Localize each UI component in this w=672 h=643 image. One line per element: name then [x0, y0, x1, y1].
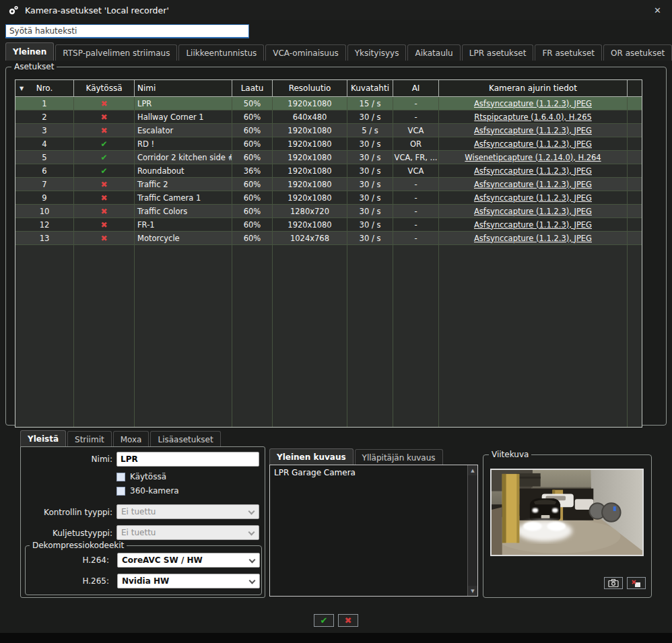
driver-link[interactable]: Asfsynccapture (1.1.2.3), JPEG — [474, 234, 592, 243]
driver-link[interactable]: Asfsynccapture (1.1.2.3), JPEG — [474, 220, 592, 230]
transport-type-select[interactable]: Ei tuettu — [116, 525, 259, 540]
cell-ai: - — [393, 205, 439, 218]
search-input[interactable] — [5, 24, 249, 38]
enabled-status-icon: ✖ — [74, 232, 135, 245]
cell-driver: Asfsynccapture (1.1.2.3), JPEG — [439, 205, 628, 218]
cancel-button[interactable]: ✖ — [338, 614, 358, 627]
cell-ai: - — [393, 232, 439, 245]
main-tab-bar: Yleinen RTSP-palvelimen striimaus Liikke… — [5, 42, 672, 61]
title-bar: Kamera-asetukset 'Local recorder' ✕ — [0, 0, 672, 20]
driver-link[interactable]: Asfsynccapture (1.1.2.3), JPEG — [474, 180, 592, 189]
remove-image-button[interactable] — [627, 577, 646, 589]
table-row[interactable]: 5 ✔ Corridor 2 kitchen side # 60% 1920x1… — [15, 151, 642, 164]
tab-vca-ominaisuus[interactable]: VCA-ominaisuus — [265, 44, 345, 61]
name-input[interactable] — [116, 452, 259, 467]
cell-driver: Asfsynccapture (1.1.2.3), JPEG — [439, 124, 628, 137]
tab-yllapitajan-kuvaus[interactable]: Ylläpitäjän kuvaus — [355, 449, 443, 465]
cell-framerate: 5 / s — [347, 124, 393, 137]
tab-yleista[interactable]: Yleistä — [20, 430, 66, 447]
cell-quality: 60% — [232, 205, 273, 218]
table-row[interactable]: 3 ✖ Escalator 60% 1920x1080 5 / s VCA As… — [15, 124, 642, 137]
driver-link[interactable]: Asfsynccapture (1.1.2.3), JPEG — [474, 193, 592, 203]
column-header-laatu[interactable]: Laatu — [232, 80, 273, 97]
camera-table-header: ▼ Nro. Käytössä Nimi Laatu Resoluutio Ku… — [15, 80, 642, 97]
driver-link[interactable]: Asfsynccapture (1.1.2.3), JPEG — [474, 126, 592, 135]
enabled-checkbox[interactable]: Käytössä — [116, 472, 166, 481]
table-row[interactable]: 2 ✖ Hallway Corner 1 60% 640x480 30 / s … — [15, 110, 642, 124]
driver-link[interactable]: Asfsynccapture (1.1.2.3), JPEG — [474, 207, 592, 216]
tab-yleinen[interactable]: Yleinen — [5, 42, 54, 61]
tab-aikataulu[interactable]: Aikataulu — [407, 44, 460, 61]
enabled-status-icon: ✖ — [74, 124, 135, 137]
tab-liikkeentunnistus[interactable]: Liikkeentunnistus — [178, 44, 264, 61]
checkbox-unchecked-icon[interactable] — [116, 487, 125, 496]
tab-or-asetukset[interactable]: OR asetukset — [603, 44, 672, 61]
table-row[interactable]: 12 ✖ FR-1 60% 1920x1080 30 / s - Asfsync… — [15, 218, 642, 232]
ok-button[interactable]: ✔ — [314, 614, 334, 627]
column-header-kaytossa[interactable]: Käytössä — [74, 80, 135, 97]
tab-lpr-asetukset[interactable]: LPR asetukset — [462, 44, 534, 61]
table-row[interactable]: 6 ✔ Roundabout 36% 1920x1080 30 / s VCA … — [15, 164, 642, 178]
tab-rtsp-striimaus[interactable]: RTSP-palvelimen striimaus — [55, 44, 177, 61]
cell-quality: 60% — [232, 124, 273, 137]
cell-driver: Asfsynccapture (1.1.2.3), JPEG — [439, 164, 628, 178]
table-row[interactable]: 9 ✖ Traffic Camera 1 60% 1920x1080 30 / … — [15, 191, 642, 205]
camera-settings-dialog: Kamera-asetukset 'Local recorder' ✕ Ylei… — [0, 0, 672, 643]
driver-link[interactable]: Wisenetipcapture (1.2.14.0), H.264 — [465, 153, 601, 162]
table-row[interactable]: 13 ✖ Motorcycle 60% 1024x768 30 / s - As… — [15, 232, 642, 245]
column-header-resoluutio[interactable]: Resoluutio — [273, 80, 347, 97]
driver-link[interactable]: Asfsynccapture (1.1.2.3), JPEG — [474, 139, 592, 149]
cell-empty — [628, 97, 642, 110]
enabled-status-icon: ✖ — [74, 178, 135, 191]
h264-codec-select[interactable]: CoreAVC SW / HW — [117, 553, 260, 568]
cell-nro: 6 — [15, 164, 74, 178]
cell-driver: Asfsynccapture (1.1.2.3), JPEG — [439, 137, 628, 151]
checkbox-unchecked-icon[interactable] — [116, 473, 125, 481]
reference-image-buttons — [604, 577, 646, 589]
tab-yleinen-kuvaus[interactable]: Yleinen kuvaus — [269, 448, 354, 465]
control-type-select[interactable]: Ei tuettu — [116, 504, 259, 519]
camera360-checkbox-label: 360-kamera — [130, 486, 179, 496]
column-header-ai[interactable]: AI — [393, 80, 439, 97]
scroll-down-icon[interactable]: ▼ — [468, 586, 477, 596]
driver-link[interactable]: Asfsynccapture (1.1.2.3), JPEG — [474, 99, 592, 108]
tab-striimit[interactable]: Striimit — [67, 431, 112, 447]
description-scrollbar[interactable]: ▲ ▼ — [467, 465, 477, 596]
cell-framerate: 30 / s — [347, 218, 393, 232]
driver-link[interactable]: Rtspipcapture (1.6.4.0), H.265 — [474, 112, 592, 122]
sort-descending-icon[interactable]: ▼ — [20, 86, 24, 92]
tab-moxa[interactable]: Moxa — [113, 431, 149, 447]
driver-link[interactable]: Asfsynccapture (1.1.2.3), JPEG — [474, 166, 592, 176]
tab-fr-asetukset[interactable]: FR asetukset — [535, 44, 602, 61]
general-settings-panel: Nimi: Käytössä 360-kamera Kontrollin tyy… — [20, 446, 265, 598]
cell-ai: VCA — [393, 124, 439, 137]
tab-lisaasetukset[interactable]: Lisäasetukset — [150, 431, 220, 447]
column-header-kuvatahti[interactable]: Kuvatahti — [347, 80, 393, 97]
remove-image-icon — [631, 579, 642, 588]
column-header-ajurin-tiedot[interactable]: Kameran ajurin tiedot — [439, 80, 628, 97]
cell-driver: Asfsynccapture (1.1.2.3), JPEG — [439, 97, 628, 110]
tab-yksityisyys[interactable]: Yksityisyys — [347, 44, 407, 61]
column-header-nimi[interactable]: Nimi — [135, 80, 232, 97]
cell-ai: - — [393, 97, 439, 110]
column-header-nro[interactable]: ▼ Nro. — [15, 80, 74, 97]
decompression-codecs-groupbox: Dekompressiokodeekit H.264: CoreAVC SW /… — [25, 545, 262, 595]
table-row[interactable]: 7 ✖ Traffic 2 60% 1920x1080 30 / s - Asf… — [15, 178, 642, 191]
description-textarea[interactable]: LPR Garage Camera — [270, 465, 467, 596]
cell-framerate: 30 / s — [347, 205, 393, 218]
capture-image-button[interactable] — [604, 577, 623, 589]
table-row[interactable]: 1 ✖ LPR 50% 1920x1080 15 / s - Asfsyncca… — [15, 97, 642, 110]
h264-label: H.264: — [26, 555, 109, 565]
cell-resolution: 1280x720 — [273, 205, 347, 218]
close-icon[interactable]: ✕ — [651, 4, 664, 17]
scroll-up-icon[interactable]: ▲ — [468, 465, 477, 475]
cell-ai: - — [393, 218, 439, 232]
cell-resolution: 1920x1080 — [273, 178, 347, 191]
h265-codec-select[interactable]: Nvidia HW — [117, 574, 260, 588]
cell-name: FR-1 — [135, 218, 232, 232]
table-row[interactable]: 10 ✖ Traffic Colors 60% 1280x720 30 / s … — [15, 205, 642, 218]
cell-ai: - — [393, 178, 439, 191]
enabled-status-icon: ✔ — [74, 164, 135, 178]
table-row[interactable]: 4 ✔ RD ! 60% 1920x1080 30 / s OR Asfsync… — [15, 137, 642, 151]
camera360-checkbox[interactable]: 360-kamera — [116, 486, 179, 496]
